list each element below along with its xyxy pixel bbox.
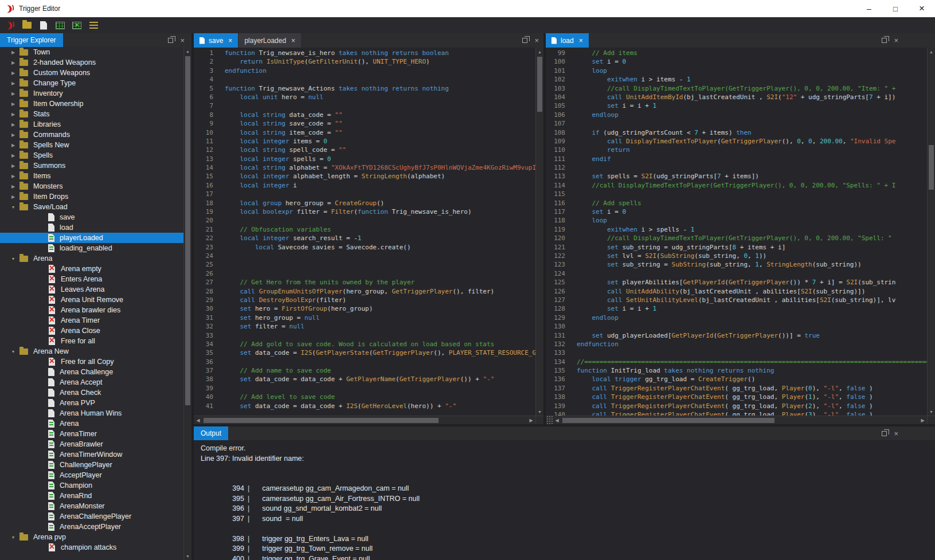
maximize-button[interactable]: □	[882, 0, 909, 17]
scroll-down-icon[interactable]: ▼	[184, 552, 191, 560]
tree-item-arenamonster[interactable]: ArenaMonster	[0, 501, 183, 511]
expand-arrow-icon[interactable]: ▶	[7, 174, 19, 179]
scroll-down-icon[interactable]: ▼	[928, 408, 935, 416]
tree-item-item-ownership[interactable]: ▶Item Ownership	[0, 99, 183, 109]
float-panel-icon[interactable]	[882, 431, 887, 436]
tree-item-arenatimerwindow[interactable]: ArenaTimerWindow	[0, 449, 183, 460]
tree-item-free-for-all[interactable]: Free for all	[0, 336, 183, 346]
minimize-button[interactable]: –	[856, 0, 882, 17]
tree-item-champion[interactable]: Champion	[0, 480, 183, 491]
scrollbar-track[interactable]	[202, 416, 527, 424]
tree-item-monsters[interactable]: ▶Monsters	[0, 181, 183, 191]
open-folder-button[interactable]	[20, 18, 34, 32]
scroll-up-icon[interactable]: ▲	[536, 48, 543, 56]
editor-horizontal-scrollbar[interactable]: ◀ ▶	[194, 416, 535, 424]
tree-item-arenarnd[interactable]: ArenaRnd	[0, 491, 183, 501]
close-panel-icon[interactable]: ×	[180, 37, 185, 44]
scrollbar-thumb[interactable]	[562, 418, 774, 423]
tree-item-spells-new[interactable]: ▶Spells New	[0, 140, 183, 150]
tab-close-icon[interactable]: ×	[579, 37, 583, 45]
tab-load[interactable]: load×	[546, 33, 589, 48]
explorer-vertical-scrollbar[interactable]: ▲ ▼	[183, 47, 191, 560]
new-file-button[interactable]	[37, 18, 50, 32]
tree-item-loading-enabled[interactable]: loading_enabled	[0, 243, 183, 253]
tree-item-arena-timer[interactable]: Arena Timer	[0, 315, 183, 326]
collapse-arrow-icon[interactable]: ▼	[7, 350, 19, 354]
tree-item-arena-close[interactable]: Arena Close	[0, 326, 183, 336]
tree-item-custom-weapons[interactable]: ▶Custom Weapons	[0, 68, 183, 78]
close-panel-icon[interactable]: ×	[894, 430, 898, 437]
tree-item-load[interactable]: load	[0, 222, 183, 233]
scroll-down-icon[interactable]: ▼	[536, 408, 543, 416]
tree-item-enters-arena[interactable]: Enters Arena	[0, 274, 183, 284]
tree-item-arena-check[interactable]: Arena Check	[0, 387, 183, 398]
tree-item-arena-accept[interactable]: Arena Accept	[0, 377, 183, 387]
scroll-left-icon[interactable]: ◀	[194, 418, 202, 423]
collapse-arrow-icon[interactable]: ▼	[7, 257, 19, 261]
tree-item-inventory[interactable]: ▶Inventory	[0, 88, 183, 99]
tree-item-arenabrawler[interactable]: ArenaBrawler	[0, 439, 183, 449]
tree-item-arena-human-wins[interactable]: Arena Human Wins	[0, 408, 183, 418]
expand-arrow-icon[interactable]: ▶	[7, 112, 19, 117]
tree-item-arena[interactable]: ▼Arena	[0, 253, 183, 264]
tab-close-icon[interactable]: ×	[228, 37, 232, 45]
editor-vertical-scrollbar[interactable]: ▲ ▼	[927, 48, 935, 416]
scroll-left-icon[interactable]: ◀	[553, 418, 561, 423]
expand-arrow-icon[interactable]: ▶	[7, 163, 19, 169]
trigger-list-button[interactable]	[87, 18, 100, 32]
expand-arrow-icon[interactable]: ▶	[7, 184, 19, 189]
output-tab[interactable]: Output	[194, 426, 228, 440]
tree-item-arena-pvp[interactable]: Arena PVP	[0, 398, 183, 408]
tree-item-playerloaded[interactable]: playerLoaded	[0, 233, 183, 243]
scrollbar-track[interactable]	[561, 416, 918, 424]
expand-arrow-icon[interactable]: ▶	[7, 153, 19, 158]
explorer-title-tab[interactable]: Trigger Explorer	[0, 33, 63, 47]
app-logo-button[interactable]	[3, 18, 17, 32]
script-grid-button[interactable]	[70, 18, 84, 32]
tree-item-challengeplayer[interactable]: ChallengePlayer	[0, 460, 183, 470]
float-panel-icon[interactable]	[522, 38, 527, 43]
tree-item-arena-challenge[interactable]: Arena Challenge	[0, 367, 183, 377]
close-panel-icon[interactable]: ×	[534, 37, 539, 44]
expand-arrow-icon[interactable]: ▶	[7, 91, 19, 96]
tree-item-arena[interactable]: Arena	[0, 418, 183, 429]
tree-item-arenaacceptplayer[interactable]: ArenaAcceptPlayer	[0, 522, 183, 532]
tree-item-item-drops[interactable]: ▶Item Drops	[0, 191, 183, 202]
tree-item-town[interactable]: ▶Town	[0, 47, 183, 57]
tree-item-commands[interactable]: ▶Commands	[0, 130, 183, 140]
collapse-arrow-icon[interactable]: ▼	[7, 535, 19, 539]
tree-item-2-handed-weapons[interactable]: ▶2-handed Weapons	[0, 57, 183, 68]
expand-arrow-icon[interactable]: ▶	[7, 60, 19, 65]
tree-item-arenatimer[interactable]: ArenaTimer	[0, 429, 183, 439]
expand-arrow-icon[interactable]: ▶	[7, 194, 19, 199]
tab-save[interactable]: save×	[194, 33, 238, 48]
editor-horizontal-scrollbar[interactable]: ◀ ▶	[546, 416, 927, 424]
tree-item-stats[interactable]: ▶Stats	[0, 109, 183, 119]
scroll-right-icon[interactable]: ▶	[527, 418, 535, 423]
scroll-up-icon[interactable]: ▲	[928, 48, 935, 56]
expand-arrow-icon[interactable]: ▶	[7, 143, 19, 148]
expand-arrow-icon[interactable]: ▶	[7, 81, 19, 86]
scroll-up-icon[interactable]: ▲	[184, 47, 191, 55]
tree-item-arena-brawler-dies[interactable]: Arena brawler dies	[0, 305, 183, 315]
code-editor-load[interactable]: 9910010110210310410510610710810911011111…	[546, 48, 927, 416]
splitter-grip[interactable]	[546, 416, 553, 424]
tree-item-items[interactable]: ▶Items	[0, 171, 183, 181]
tree-item-acceptplayer[interactable]: AcceptPlayer	[0, 470, 183, 480]
editor-vertical-scrollbar[interactable]: ▲ ▼	[535, 48, 543, 416]
tree-item-free-for-all-copy[interactable]: Free for all Copy	[0, 357, 183, 367]
tree-item-arena-pvp[interactable]: ▼Arena pvp	[0, 532, 183, 542]
expand-arrow-icon[interactable]: ▶	[7, 71, 19, 76]
tab-close-icon[interactable]: ×	[291, 37, 295, 45]
variable-grid-button[interactable]	[53, 18, 67, 32]
scrollbar-thumb[interactable]	[537, 57, 542, 112]
float-panel-icon[interactable]	[882, 38, 887, 43]
tree-item-change-type[interactable]: ▶Change Type	[0, 78, 183, 88]
tab-playerLoaded[interactable]: playerLoaded×	[238, 33, 301, 48]
expand-arrow-icon[interactable]: ▶	[7, 122, 19, 127]
code-content[interactable]: // Add items set i = 0 loop exitwhen i >…	[570, 48, 927, 416]
close-panel-icon[interactable]: ×	[894, 37, 898, 44]
tree-item-arenachallengeplayer[interactable]: ArenaChallengePlayer	[0, 511, 183, 522]
tree-item-leaves-arena[interactable]: Leaves Arena	[0, 284, 183, 295]
tree-item-save[interactable]: save	[0, 212, 183, 222]
